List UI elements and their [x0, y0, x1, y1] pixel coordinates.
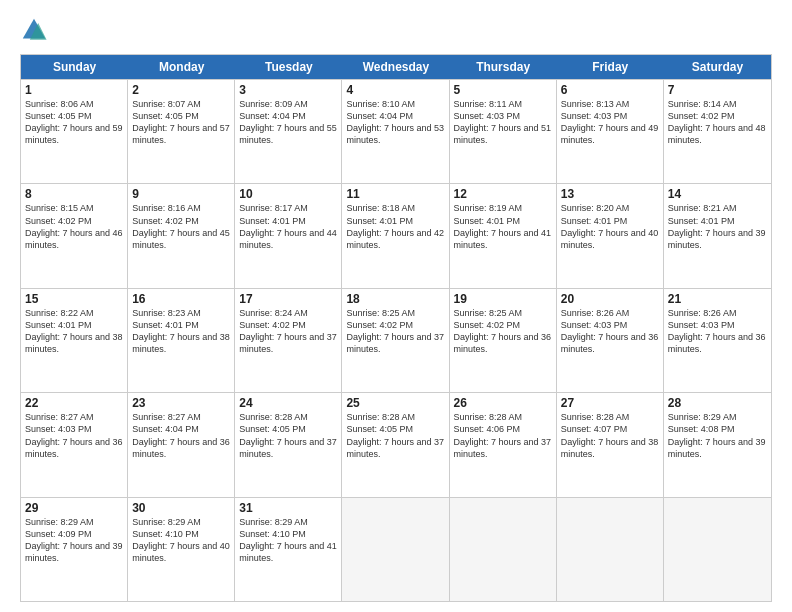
day-number: 4	[346, 83, 444, 97]
day-info: Sunrise: 8:15 AMSunset: 4:02 PMDaylight:…	[25, 202, 123, 251]
day-info: Sunrise: 8:21 AMSunset: 4:01 PMDaylight:…	[668, 202, 767, 251]
day-cell-13: 13Sunrise: 8:20 AMSunset: 4:01 PMDayligh…	[557, 184, 664, 287]
day-number: 22	[25, 396, 123, 410]
day-number: 23	[132, 396, 230, 410]
day-cell-11: 11Sunrise: 8:18 AMSunset: 4:01 PMDayligh…	[342, 184, 449, 287]
day-cell-3: 3Sunrise: 8:09 AMSunset: 4:04 PMDaylight…	[235, 80, 342, 183]
day-cell-14: 14Sunrise: 8:21 AMSunset: 4:01 PMDayligh…	[664, 184, 771, 287]
day-info: Sunrise: 8:25 AMSunset: 4:02 PMDaylight:…	[454, 307, 552, 356]
day-number: 14	[668, 187, 767, 201]
day-info: Sunrise: 8:28 AMSunset: 4:05 PMDaylight:…	[346, 411, 444, 460]
weekday-header-wednesday: Wednesday	[342, 55, 449, 79]
day-cell-7: 7Sunrise: 8:14 AMSunset: 4:02 PMDaylight…	[664, 80, 771, 183]
day-number: 21	[668, 292, 767, 306]
day-cell-20: 20Sunrise: 8:26 AMSunset: 4:03 PMDayligh…	[557, 289, 664, 392]
page: SundayMondayTuesdayWednesdayThursdayFrid…	[0, 0, 792, 612]
day-number: 10	[239, 187, 337, 201]
day-cell-18: 18Sunrise: 8:25 AMSunset: 4:02 PMDayligh…	[342, 289, 449, 392]
day-info: Sunrise: 8:29 AMSunset: 4:09 PMDaylight:…	[25, 516, 123, 565]
empty-cell	[664, 498, 771, 601]
day-info: Sunrise: 8:06 AMSunset: 4:05 PMDaylight:…	[25, 98, 123, 147]
calendar-body: 1Sunrise: 8:06 AMSunset: 4:05 PMDaylight…	[21, 79, 771, 601]
day-number: 18	[346, 292, 444, 306]
day-info: Sunrise: 8:14 AMSunset: 4:02 PMDaylight:…	[668, 98, 767, 147]
day-number: 13	[561, 187, 659, 201]
day-number: 29	[25, 501, 123, 515]
weekday-header-friday: Friday	[557, 55, 664, 79]
calendar: SundayMondayTuesdayWednesdayThursdayFrid…	[20, 54, 772, 602]
weekday-header-monday: Monday	[128, 55, 235, 79]
calendar-row-2: 8Sunrise: 8:15 AMSunset: 4:02 PMDaylight…	[21, 183, 771, 287]
header	[20, 16, 772, 44]
day-cell-22: 22Sunrise: 8:27 AMSunset: 4:03 PMDayligh…	[21, 393, 128, 496]
weekday-header-sunday: Sunday	[21, 55, 128, 79]
day-number: 8	[25, 187, 123, 201]
day-info: Sunrise: 8:11 AMSunset: 4:03 PMDaylight:…	[454, 98, 552, 147]
day-info: Sunrise: 8:26 AMSunset: 4:03 PMDaylight:…	[668, 307, 767, 356]
day-cell-8: 8Sunrise: 8:15 AMSunset: 4:02 PMDaylight…	[21, 184, 128, 287]
day-info: Sunrise: 8:29 AMSunset: 4:10 PMDaylight:…	[239, 516, 337, 565]
day-cell-9: 9Sunrise: 8:16 AMSunset: 4:02 PMDaylight…	[128, 184, 235, 287]
day-number: 16	[132, 292, 230, 306]
day-info: Sunrise: 8:09 AMSunset: 4:04 PMDaylight:…	[239, 98, 337, 147]
day-info: Sunrise: 8:29 AMSunset: 4:10 PMDaylight:…	[132, 516, 230, 565]
day-number: 30	[132, 501, 230, 515]
day-number: 20	[561, 292, 659, 306]
day-cell-1: 1Sunrise: 8:06 AMSunset: 4:05 PMDaylight…	[21, 80, 128, 183]
day-cell-27: 27Sunrise: 8:28 AMSunset: 4:07 PMDayligh…	[557, 393, 664, 496]
day-info: Sunrise: 8:25 AMSunset: 4:02 PMDaylight:…	[346, 307, 444, 356]
day-info: Sunrise: 8:17 AMSunset: 4:01 PMDaylight:…	[239, 202, 337, 251]
day-cell-21: 21Sunrise: 8:26 AMSunset: 4:03 PMDayligh…	[664, 289, 771, 392]
day-cell-28: 28Sunrise: 8:29 AMSunset: 4:08 PMDayligh…	[664, 393, 771, 496]
day-cell-2: 2Sunrise: 8:07 AMSunset: 4:05 PMDaylight…	[128, 80, 235, 183]
day-number: 17	[239, 292, 337, 306]
weekday-header-thursday: Thursday	[450, 55, 557, 79]
day-info: Sunrise: 8:23 AMSunset: 4:01 PMDaylight:…	[132, 307, 230, 356]
day-cell-12: 12Sunrise: 8:19 AMSunset: 4:01 PMDayligh…	[450, 184, 557, 287]
day-info: Sunrise: 8:28 AMSunset: 4:06 PMDaylight:…	[454, 411, 552, 460]
weekday-header-tuesday: Tuesday	[235, 55, 342, 79]
day-info: Sunrise: 8:18 AMSunset: 4:01 PMDaylight:…	[346, 202, 444, 251]
day-info: Sunrise: 8:27 AMSunset: 4:03 PMDaylight:…	[25, 411, 123, 460]
day-cell-23: 23Sunrise: 8:27 AMSunset: 4:04 PMDayligh…	[128, 393, 235, 496]
day-cell-6: 6Sunrise: 8:13 AMSunset: 4:03 PMDaylight…	[557, 80, 664, 183]
empty-cell	[450, 498, 557, 601]
day-number: 6	[561, 83, 659, 97]
day-cell-24: 24Sunrise: 8:28 AMSunset: 4:05 PMDayligh…	[235, 393, 342, 496]
day-cell-4: 4Sunrise: 8:10 AMSunset: 4:04 PMDaylight…	[342, 80, 449, 183]
day-number: 1	[25, 83, 123, 97]
day-cell-17: 17Sunrise: 8:24 AMSunset: 4:02 PMDayligh…	[235, 289, 342, 392]
day-cell-5: 5Sunrise: 8:11 AMSunset: 4:03 PMDaylight…	[450, 80, 557, 183]
day-number: 9	[132, 187, 230, 201]
day-info: Sunrise: 8:10 AMSunset: 4:04 PMDaylight:…	[346, 98, 444, 147]
day-info: Sunrise: 8:07 AMSunset: 4:05 PMDaylight:…	[132, 98, 230, 147]
day-number: 3	[239, 83, 337, 97]
day-number: 2	[132, 83, 230, 97]
calendar-row-3: 15Sunrise: 8:22 AMSunset: 4:01 PMDayligh…	[21, 288, 771, 392]
weekday-header-saturday: Saturday	[664, 55, 771, 79]
day-info: Sunrise: 8:27 AMSunset: 4:04 PMDaylight:…	[132, 411, 230, 460]
day-cell-26: 26Sunrise: 8:28 AMSunset: 4:06 PMDayligh…	[450, 393, 557, 496]
day-number: 12	[454, 187, 552, 201]
empty-cell	[342, 498, 449, 601]
logo-icon	[20, 16, 48, 44]
calendar-row-4: 22Sunrise: 8:27 AMSunset: 4:03 PMDayligh…	[21, 392, 771, 496]
day-cell-19: 19Sunrise: 8:25 AMSunset: 4:02 PMDayligh…	[450, 289, 557, 392]
day-number: 19	[454, 292, 552, 306]
day-number: 15	[25, 292, 123, 306]
day-cell-29: 29Sunrise: 8:29 AMSunset: 4:09 PMDayligh…	[21, 498, 128, 601]
calendar-header: SundayMondayTuesdayWednesdayThursdayFrid…	[21, 55, 771, 79]
day-number: 31	[239, 501, 337, 515]
day-info: Sunrise: 8:29 AMSunset: 4:08 PMDaylight:…	[668, 411, 767, 460]
day-number: 26	[454, 396, 552, 410]
empty-cell	[557, 498, 664, 601]
day-info: Sunrise: 8:24 AMSunset: 4:02 PMDaylight:…	[239, 307, 337, 356]
calendar-row-1: 1Sunrise: 8:06 AMSunset: 4:05 PMDaylight…	[21, 79, 771, 183]
day-cell-10: 10Sunrise: 8:17 AMSunset: 4:01 PMDayligh…	[235, 184, 342, 287]
day-number: 7	[668, 83, 767, 97]
day-info: Sunrise: 8:22 AMSunset: 4:01 PMDaylight:…	[25, 307, 123, 356]
day-info: Sunrise: 8:16 AMSunset: 4:02 PMDaylight:…	[132, 202, 230, 251]
day-number: 5	[454, 83, 552, 97]
day-number: 11	[346, 187, 444, 201]
day-info: Sunrise: 8:19 AMSunset: 4:01 PMDaylight:…	[454, 202, 552, 251]
